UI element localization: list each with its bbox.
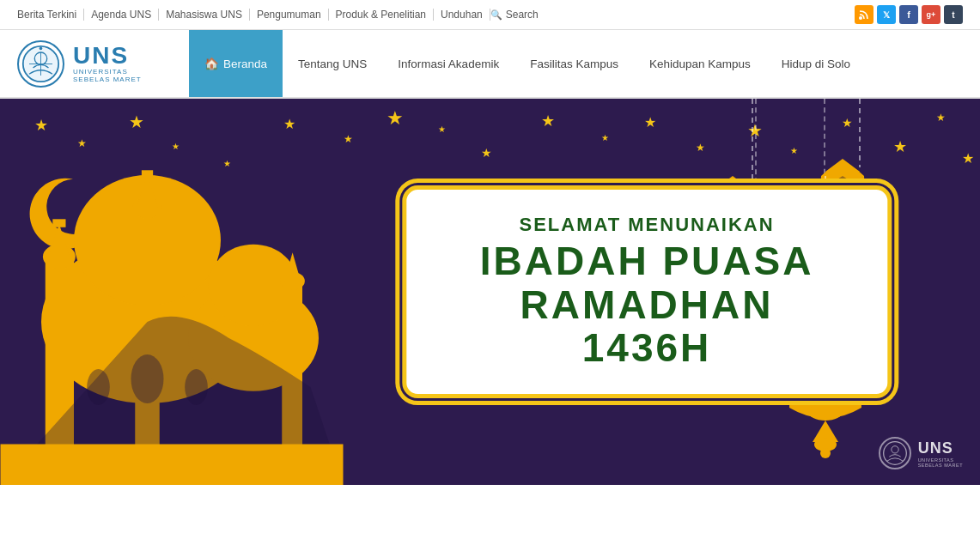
logo-text: UNS UNIVERSITAS SEBELAS MARET	[73, 44, 142, 83]
watermark-text: UNS UNIVERSITAS SEBELAS MARET	[918, 439, 963, 468]
svg-point-5	[40, 46, 43, 50]
banner-title-2: RAMADHAN 1436H	[453, 283, 841, 370]
nav-fasilitas-kampus[interactable]: Fasilitas Kampus	[514, 30, 634, 97]
nav-hidup-di-solo[interactable]: Hidup di Solo	[766, 30, 866, 97]
svg-rect-15	[142, 170, 153, 179]
svg-marker-10	[49, 224, 70, 257]
gplus-icon[interactable]: g+	[922, 5, 940, 24]
facebook-icon[interactable]: f	[899, 5, 918, 24]
top-bar: Berita Terkini Agenda UNS Mahasiswa UNS …	[0, 0, 980, 30]
nav-agenda-uns[interactable]: Agenda UNS	[84, 9, 159, 21]
nav-mahasiswa-uns[interactable]: Mahasiswa UNS	[159, 9, 250, 21]
nav-beranda[interactable]: 🏠 Beranda	[189, 30, 283, 97]
banner-text-area: SELAMAT MENUNAIKAN IBADAH PUASA RAMADHAN…	[402, 185, 892, 398]
svg-point-23	[87, 369, 110, 405]
svg-rect-21	[1, 445, 344, 486]
top-bar-links: Berita Terkini Agenda UNS Mahasiswa UNS …	[17, 9, 539, 21]
search-icon: 🔍	[490, 9, 502, 21]
twitter-icon[interactable]: 𝕏	[877, 5, 896, 24]
tumblr-icon[interactable]: t	[944, 5, 963, 24]
home-icon: 🏠	[204, 57, 219, 70]
logo-sub1: UNIVERSITAS	[73, 68, 142, 76]
banner-title-1: IBADAH PUASA	[453, 239, 841, 283]
watermark-uns-label: UNS	[918, 439, 963, 457]
svg-point-24	[185, 369, 208, 405]
nav-produk-penelitian[interactable]: Produk & Penelitian	[329, 9, 434, 21]
svg-point-40	[808, 403, 843, 421]
svg-point-0	[859, 16, 862, 20]
star-2: ★	[77, 137, 87, 149]
logo-sub2: SEBELAS MARET	[73, 76, 142, 83]
banner-frame: SELAMAT MENUNAIKAN IBADAH PUASA RAMADHAN…	[402, 185, 892, 398]
nav-bar: UNS UNIVERSITAS SEBELAS MARET 🏠 Beranda …	[0, 30, 980, 99]
svg-point-45	[891, 446, 898, 453]
star-10: ★	[541, 112, 555, 130]
nav-unduhan[interactable]: Unduhan	[434, 9, 490, 21]
nav-kehidupan-kampus[interactable]: Kehidupan Kampus	[634, 30, 766, 97]
logo-circle	[17, 40, 64, 88]
star-5: ★	[283, 116, 295, 132]
main-nav: 🏠 Beranda Tentang UNS Informasi Akademik…	[189, 30, 963, 97]
star-9: ★	[481, 146, 492, 160]
nav-berita-terkini[interactable]: Berita Terkini	[17, 9, 84, 21]
svg-point-22	[131, 354, 164, 403]
svg-rect-11	[52, 219, 65, 227]
star-12: ★	[644, 114, 656, 130]
star-1: ★	[34, 116, 48, 135]
svg-point-43	[820, 448, 831, 458]
mosque-svg	[0, 159, 344, 485]
search-label: Search	[506, 9, 539, 21]
social-icons: 𝕏 f g+ t	[855, 5, 963, 24]
star-7: ★	[387, 107, 404, 130]
nav-informasi-akademik[interactable]: Informasi Akademik	[382, 30, 514, 97]
nav-pengumuman[interactable]: Pengumuman	[250, 9, 329, 21]
star-4: ★	[172, 142, 180, 151]
star-11: ★	[601, 133, 609, 142]
watermark-sub2: SEBELAS MARET	[918, 463, 963, 468]
star-19: ★	[962, 150, 974, 166]
logo-area: UNS UNIVERSITAS SEBELAS MARET	[17, 40, 172, 88]
banner-subtitle: SELAMAT MENUNAIKAN	[453, 214, 841, 236]
watermark: UNS UNIVERSITAS SEBELAS MARET	[879, 437, 963, 469]
watermark-circle	[879, 437, 911, 469]
logo-uns-text: UNS	[73, 44, 142, 68]
hero-banner: ★ ★ ★ ★ ★ ★ ★ ★ ★ ★ ★ ★ ★ ★ ★ ★ ★ ★ ★ ★	[0, 99, 980, 485]
star-8: ★	[438, 124, 446, 134]
search-button[interactable]: 🔍 Search	[490, 9, 539, 21]
rss-icon[interactable]	[855, 5, 873, 24]
star-3: ★	[129, 112, 144, 132]
star-6: ★	[344, 133, 353, 145]
nav-tentang-uns[interactable]: Tentang UNS	[283, 30, 382, 97]
star-18: ★	[936, 112, 946, 124]
